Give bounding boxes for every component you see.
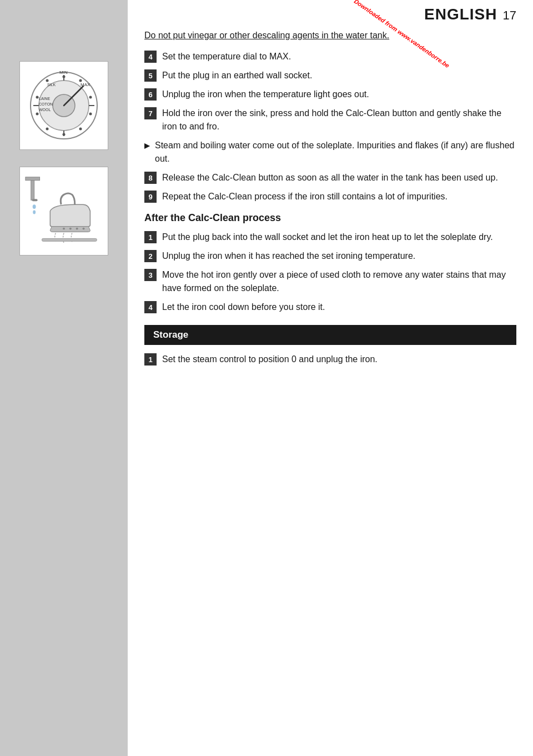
step-4: 4 Set the temperature dial to MAX. (144, 50, 516, 63)
storage-bar: Storage (144, 325, 516, 345)
svg-point-21 (36, 113, 39, 116)
svg-text:COTON: COTON (39, 102, 53, 106)
svg-point-20 (46, 128, 49, 131)
svg-point-16 (89, 96, 92, 99)
after-step-num-3: 3 (144, 269, 157, 281)
svg-text:MIN: MIN (59, 70, 68, 75)
step-num-9: 9 (144, 191, 157, 203)
after-step-1: 1 Put the plug back into the wall socket… (144, 231, 516, 244)
svg-text:WOOL: WOOL (39, 108, 51, 112)
language-title: ENGLISH (424, 6, 497, 23)
step-num-5: 5 (144, 69, 157, 82)
svg-text:LAINE: LAINE (39, 97, 51, 101)
intro-text: Do not put vinegar or other descaling ag… (144, 29, 516, 42)
step-5: 5 Put the plug in an earthed wall socket… (144, 69, 516, 82)
svg-point-27 (33, 204, 36, 209)
after-step-text-4: Let the iron cool down before you store … (162, 301, 516, 314)
step-text-6: Unplug the iron when the temperature lig… (162, 88, 516, 101)
svg-text:SILK: SILK (47, 83, 56, 87)
step-num-6: 6 (144, 88, 157, 101)
header-right: ENGLISH 17 (424, 6, 516, 23)
main-content: Downloaded from www.vandenborre.be ENGLI… (128, 0, 533, 756)
after-step-2: 2 Unplug the iron when it has reached th… (144, 249, 516, 263)
storage-step-num-1: 1 (144, 353, 157, 366)
header-bar: Downloaded from www.vandenborre.be ENGLI… (144, 0, 516, 23)
after-section-heading: After the Calc-Clean process (144, 212, 516, 224)
step-text-4: Set the temperature dial to MAX. (162, 50, 516, 63)
dial-illustration: MIN MAX SILK LAINE COTON WOOL (19, 61, 108, 150)
sidebar: MIN MAX SILK LAINE COTON WOOL (0, 0, 128, 756)
after-step-text-2: Unplug the iron when it has reached the … (162, 249, 516, 263)
storage-step-text-1: Set the steam control to position 0 and … (162, 353, 516, 366)
storage-heading: Storage (153, 329, 188, 340)
after-step-num-1: 1 (144, 231, 157, 243)
after-step-num-2: 2 (144, 250, 157, 262)
step-text-7: Hold the iron over the sink, press and h… (162, 107, 516, 133)
svg-point-17 (89, 113, 92, 116)
svg-point-23 (46, 79, 49, 82)
after-step-num-4: 4 (144, 301, 157, 313)
step-text-5: Put the plug in an earthed wall socket. (162, 69, 516, 82)
svg-point-32 (83, 228, 85, 230)
bullet-item-1: ▸ Steam and boiling water come out of th… (144, 139, 516, 166)
svg-rect-26 (32, 199, 38, 201)
page-container: MIN MAX SILK LAINE COTON WOOL (0, 0, 533, 756)
svg-rect-24 (31, 178, 34, 201)
step-8: 8 Release the Calc-Clean button as soon … (144, 171, 516, 184)
svg-point-30 (69, 228, 72, 230)
storage-step-1: 1 Set the steam control to position 0 an… (144, 353, 516, 366)
svg-point-18 (79, 128, 82, 131)
svg-point-29 (63, 228, 65, 230)
step-num-8: 8 (144, 172, 157, 184)
step-6: 6 Unplug the iron when the temperature l… (144, 88, 516, 101)
step-7: 7 Hold the iron over the sink, press and… (144, 107, 516, 133)
after-step-3: 3 Move the hot iron gently over a piece … (144, 268, 516, 295)
page-number: 17 (503, 8, 516, 23)
svg-point-19 (63, 133, 66, 136)
bullet-marker-1: ▸ (144, 139, 149, 152)
iron-illustration (19, 167, 108, 256)
after-step-4: 4 Let the iron cool down before you stor… (144, 301, 516, 314)
after-step-text-3: Move the hot iron gently over a piece of… (162, 268, 516, 295)
svg-point-28 (33, 211, 36, 214)
svg-point-14 (63, 76, 66, 78)
svg-rect-33 (42, 238, 97, 241)
step-9: 9 Repeat the Calc-Clean process if the i… (144, 190, 516, 203)
svg-point-15 (79, 79, 82, 82)
step-num-7: 7 (144, 107, 157, 119)
svg-point-31 (76, 228, 78, 230)
svg-point-22 (36, 96, 39, 99)
svg-rect-25 (26, 177, 40, 181)
after-step-text-1: Put the plug back into the wall socket a… (162, 231, 516, 244)
step-num-4: 4 (144, 51, 157, 63)
bullet-text-1: Steam and boiling water come out of the … (155, 139, 516, 166)
step-text-9: Repeat the Calc-Clean process if the iro… (162, 190, 516, 203)
step-text-8: Release the Calc-Clean button as soon as… (162, 171, 516, 184)
